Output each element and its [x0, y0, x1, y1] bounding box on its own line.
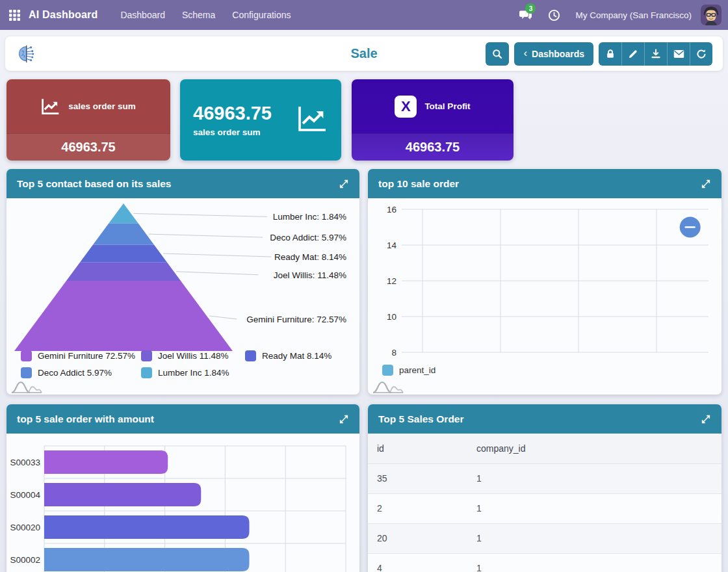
table-cell: 1 — [467, 523, 722, 553]
table-cell: 1 — [467, 463, 722, 493]
sales-order-table: idcompany_id3512120141 — [368, 434, 722, 572]
funnel-slice-label: Gemini Furniture: 72.57% — [246, 315, 346, 324]
funnel-slice-label: Lumber Inc: 1.84% — [273, 212, 346, 222]
bar-s00002[interactable] — [44, 548, 250, 571]
bar-chart[interactable]: S00033S00004S00020S00002 — [6, 434, 359, 572]
kpi-value: 46963.75 — [193, 103, 272, 124]
company-switcher[interactable]: My Company (San Francisco) — [570, 10, 697, 20]
legend-item-gemini-furniture[interactable]: Gemini Furniture 72.57% — [21, 350, 141, 361]
funnel-leader-line — [133, 213, 266, 216]
edit-button[interactable] — [621, 42, 644, 66]
category-label: S00004 — [10, 490, 40, 500]
table-row[interactable]: 41 — [368, 553, 722, 572]
funnel-slice-ready-mat[interactable] — [80, 244, 167, 262]
panel-top5-contacts: Top 5 contact based on its sales Lumber … — [6, 169, 359, 395]
apps-grid-icon — [9, 10, 20, 21]
panel-title: Top 5 Sales Order — [378, 413, 464, 425]
expand-button[interactable] — [701, 414, 711, 424]
nav-item-schema[interactable]: Schema — [174, 0, 224, 30]
funnel-slice-gemini-furniture[interactable] — [14, 281, 233, 351]
bar-s00004[interactable] — [44, 483, 201, 506]
table-row[interactable]: 201 — [368, 523, 722, 553]
legend-label: parent_id — [399, 365, 436, 375]
bar-s00033[interactable] — [44, 450, 168, 474]
kpi-label: sales order sum — [193, 127, 272, 137]
panel-top5-sales-order-table: Top 5 Sales Order idcompany_id3512120141 — [368, 404, 722, 572]
legend-label: Deco Addict 5.97% — [38, 368, 112, 378]
bar-chart-area: S00033S00004S00020S00002 — [6, 434, 359, 572]
legend-swatch — [21, 350, 32, 361]
table-cell: 1 — [467, 493, 722, 523]
apps-menu-button[interactable] — [0, 0, 29, 30]
legend-item-lumber-inc[interactable]: Lumber Inc 1.84% — [141, 367, 245, 378]
panel-header: Top 5 Sales Order — [368, 404, 722, 434]
messages-count-badge: 3 — [525, 3, 536, 14]
kpi-card-total-profit[interactable]: X Total Profit 46963.75 — [352, 79, 514, 161]
funnel-leader-line — [177, 272, 259, 275]
chart-watermark-icon — [372, 377, 408, 394]
panel-top5-sale-order-amount: top 5 sale order with amount S00033S0000… — [6, 404, 359, 572]
scatter-legend: parent_id — [382, 365, 436, 376]
dashboard-tools-group — [599, 42, 712, 66]
messages-button[interactable]: 3 — [513, 0, 538, 30]
table-row[interactable]: 21 — [368, 493, 722, 523]
column-header-id[interactable]: id — [368, 434, 467, 463]
expand-icon — [701, 179, 711, 189]
download-button[interactable] — [644, 42, 667, 66]
funnel-slice-label: Joel Willis: 11.48% — [274, 270, 346, 280]
lock-button[interactable] — [599, 42, 621, 66]
panel-title: top 5 sale order with amount — [17, 413, 154, 425]
legend-label: Joel Willis 11.48% — [158, 351, 229, 361]
chevron-left-icon: ‹ — [523, 47, 527, 58]
category-label: S00002 — [10, 555, 40, 565]
table-cell: 2 — [368, 493, 467, 523]
nav-item-configurations[interactable]: Configurations — [224, 0, 299, 30]
email-button[interactable] — [667, 42, 690, 66]
table-row[interactable]: 351 — [368, 463, 722, 493]
legend-item-joel-willis[interactable]: Joel Willis 11.48% — [141, 350, 245, 361]
legend-label: Ready Mat 8.14% — [262, 351, 332, 361]
scatter-chart-area: 161412108 parent_id — [368, 198, 722, 395]
avatar-image — [701, 5, 722, 25]
legend-item-parent-id[interactable]: parent_id — [382, 365, 436, 376]
legend-swatch — [245, 350, 256, 361]
main-menu: DashboardSchemaConfigurations — [112, 0, 299, 30]
column-header-company_id[interactable]: company_id — [467, 434, 722, 463]
panel-header: top 10 sale order — [368, 169, 722, 198]
kpi-label: Total Profit — [424, 101, 470, 111]
ai-brain-icon — [16, 43, 38, 65]
kpi-card-sales-order-sum[interactable]: sales order sum 46963.75 — [6, 79, 170, 161]
legend-swatch — [382, 365, 393, 376]
top-navbar: AI Dashboard DashboardSchemaConfiguratio… — [0, 0, 728, 30]
category-label: S00033 — [10, 458, 40, 467]
panel-title: Top 5 contact based on its sales — [17, 178, 171, 190]
kpi-card-sales-order-sum-alt[interactable]: 46963.75 sales order sum — [180, 79, 341, 161]
funnel-leader-line — [163, 254, 271, 257]
user-avatar[interactable] — [701, 5, 722, 25]
table-header-row: idcompany_id — [368, 434, 722, 463]
expand-icon — [701, 414, 711, 424]
funnel-slice-deco-addict[interactable] — [93, 224, 154, 245]
search-button[interactable] — [486, 42, 509, 66]
nav-item-dashboard[interactable]: Dashboard — [112, 0, 174, 30]
chart-watermark-icon — [10, 377, 47, 394]
refresh-button[interactable] — [690, 42, 712, 66]
table-cell: 4 — [368, 553, 467, 572]
legend-item-ready-mat[interactable]: Ready Mat 8.14% — [245, 350, 343, 361]
y-tick-label: 8 — [391, 348, 396, 358]
bar-s00020[interactable] — [44, 515, 250, 539]
app-window: AI Dashboard DashboardSchemaConfiguratio… — [0, 0, 728, 572]
funnel-slice-joel-willis[interactable] — [66, 263, 181, 281]
pen-icon — [628, 49, 638, 59]
activities-button[interactable] — [541, 0, 566, 30]
expand-button[interactable] — [339, 414, 349, 424]
expand-icon — [339, 414, 349, 424]
dashboard-control-bar: Sale ‹ Dashboards — [5, 36, 723, 71]
kpi-label: sales order sum — [68, 101, 136, 111]
table-cell: 20 — [368, 523, 467, 553]
table-cell: 1 — [467, 553, 722, 572]
y-tick-label: 16 — [387, 205, 396, 214]
expand-button[interactable] — [701, 179, 711, 189]
expand-button[interactable] — [339, 179, 349, 189]
dashboards-back-button[interactable]: ‹ Dashboards — [514, 42, 593, 66]
